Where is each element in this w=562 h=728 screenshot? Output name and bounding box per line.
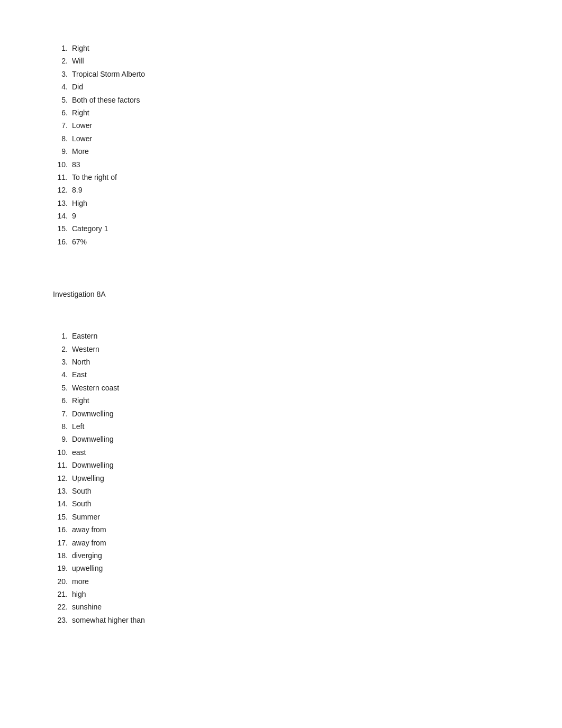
item-number: 5.: [53, 382, 72, 394]
list-item: 12.Upwelling: [53, 472, 509, 484]
item-number: 3.: [53, 356, 72, 368]
list-item: 1.Eastern: [53, 330, 509, 342]
item-value: 9: [72, 210, 76, 222]
item-value: 83: [72, 159, 80, 170]
section-gap: [53, 269, 509, 290]
list-item: 23.somewhat higher than: [53, 614, 509, 626]
item-value: Downwelling: [72, 459, 114, 471]
item-number: 8.: [53, 133, 72, 144]
item-number: 8.: [53, 421, 72, 432]
item-value: Category 1: [72, 223, 108, 234]
list-item: 16.away from: [53, 524, 509, 535]
list-section1: 1.Right2.Will3.Tropical Storm Alberto4.D…: [53, 42, 509, 248]
list-item: 1.Right: [53, 42, 509, 54]
list-item: 6.Right: [53, 395, 509, 406]
item-value: Right: [72, 395, 89, 406]
item-value: Upwelling: [72, 472, 104, 484]
item-value: diverging: [72, 550, 102, 561]
item-value: east: [72, 447, 86, 458]
item-value: Tropical Storm Alberto: [72, 68, 145, 80]
item-value: To the right of: [72, 171, 117, 183]
list-item: 4.East: [53, 369, 509, 380]
item-value: sunshine: [72, 601, 102, 613]
list-item: 3.North: [53, 356, 509, 368]
item-value: Both of these factors: [72, 94, 140, 106]
item-number: 16.: [53, 236, 72, 248]
item-value: Lower: [72, 133, 92, 144]
list-item: 20.more: [53, 576, 509, 587]
list-item: 8.Left: [53, 421, 509, 432]
item-value: South: [72, 498, 92, 509]
list-item: 7.Lower: [53, 120, 509, 131]
item-value: Downwelling: [72, 408, 114, 420]
item-number: 23.: [53, 614, 72, 626]
item-number: 4.: [53, 81, 72, 93]
list-item: 7.Downwelling: [53, 408, 509, 420]
item-number: 17.: [53, 537, 72, 549]
item-value: Will: [72, 55, 84, 67]
list-item: 19.upwelling: [53, 562, 509, 574]
list-item: 13.South: [53, 485, 509, 497]
item-value: More: [72, 145, 89, 157]
item-value: 67%: [72, 236, 87, 248]
list-item: 4.Did: [53, 81, 509, 93]
item-value: 8.9: [72, 184, 82, 196]
item-value: East: [72, 369, 87, 380]
section1: 1.Right2.Will3.Tropical Storm Alberto4.D…: [53, 42, 509, 248]
item-number: 22.: [53, 601, 72, 613]
list-item: 18.diverging: [53, 550, 509, 561]
item-number: 1.: [53, 330, 72, 342]
item-number: 7.: [53, 408, 72, 420]
list-item: 5.Western coast: [53, 382, 509, 394]
item-number: 19.: [53, 562, 72, 574]
list-item: 2.Western: [53, 343, 509, 355]
list-item: 2.Will: [53, 55, 509, 67]
list-item: 11.Downwelling: [53, 459, 509, 471]
item-number: 12.: [53, 472, 72, 484]
item-value: Left: [72, 421, 84, 432]
item-value: Western coast: [72, 382, 119, 394]
item-number: 4.: [53, 369, 72, 380]
item-value: Right: [72, 42, 89, 54]
item-number: 13.: [53, 485, 72, 497]
item-number: 11.: [53, 171, 72, 183]
list-item: 17.away from: [53, 537, 509, 549]
item-number: 2.: [53, 55, 72, 67]
item-number: 2.: [53, 343, 72, 355]
item-number: 6.: [53, 107, 72, 119]
item-number: 6.: [53, 395, 72, 406]
list-item: 15.Summer: [53, 511, 509, 523]
list-item: 11.To the right of: [53, 171, 509, 183]
item-number: 18.: [53, 550, 72, 561]
item-number: 16.: [53, 524, 72, 535]
section2: Investigation 8A 1.Eastern2.Western3.Nor…: [53, 290, 509, 626]
item-number: 13.: [53, 197, 72, 209]
list-item: 15.Category 1: [53, 223, 509, 234]
item-number: 3.: [53, 68, 72, 80]
list-item: 21.high: [53, 588, 509, 600]
item-number: 20.: [53, 576, 72, 587]
list-item: 6.Right: [53, 107, 509, 119]
item-value: high: [72, 588, 86, 600]
item-number: 21.: [53, 588, 72, 600]
item-value: away from: [72, 537, 106, 549]
item-value: upwelling: [72, 562, 103, 574]
list-item: 14.9: [53, 210, 509, 222]
item-number: 5.: [53, 94, 72, 106]
item-value: more: [72, 576, 89, 587]
list-item: 9.More: [53, 145, 509, 157]
list-section2: 1.Eastern2.Western3.North4.East5.Western…: [53, 330, 509, 626]
list-item: 8.Lower: [53, 133, 509, 144]
item-number: 11.: [53, 459, 72, 471]
item-value: North: [72, 356, 90, 368]
list-item: 10.east: [53, 447, 509, 458]
item-number: 9.: [53, 433, 72, 445]
item-value: somewhat higher than: [72, 614, 145, 626]
item-value: Right: [72, 107, 89, 119]
section2-inner-gap: [53, 309, 509, 330]
item-number: 12.: [53, 184, 72, 196]
item-value: Western: [72, 343, 99, 355]
item-number: 9.: [53, 145, 72, 157]
item-number: 15.: [53, 511, 72, 523]
list-item: 9.Downwelling: [53, 433, 509, 445]
